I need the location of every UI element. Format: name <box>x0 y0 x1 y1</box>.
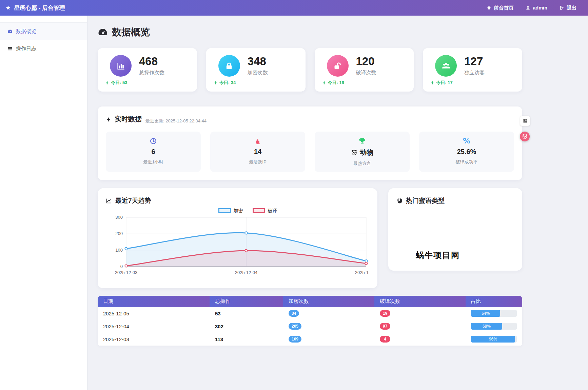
top-navbar: 星语心愿 - 后台管理 前台首页admin退出 <box>0 0 588 16</box>
realtime-tile-label: 最近1小时 <box>106 159 201 165</box>
stat-today-label: 今日: 34 <box>219 80 236 86</box>
svg-text:300: 300 <box>115 215 123 220</box>
nav-link-label: admin <box>533 5 547 11</box>
bolt-icon <box>106 116 112 122</box>
realtime-tile-label: 最热方言 <box>315 160 410 167</box>
nav-link-0[interactable]: 前台首页 <box>487 5 513 11</box>
realtime-tile-value: 14 <box>210 148 305 156</box>
trophy-icon <box>358 137 366 145</box>
cell-total: 302 <box>210 324 283 329</box>
stat-label: 破译次数 <box>356 70 376 76</box>
table-row: 2025-12-03113109496% <box>98 333 522 346</box>
nav-link-2[interactable]: 退出 <box>560 5 576 11</box>
sidebar-item-1[interactable]: 操作日志 <box>0 40 87 57</box>
arrow-up-icon <box>430 81 434 85</box>
cell-date: 2025-12-04 <box>98 324 210 329</box>
realtime-tile-0: 6最近1小时 <box>106 132 201 172</box>
navbar-links: 前台首页admin退出 <box>487 5 576 11</box>
realtime-tile-value: 25.6% <box>419 148 514 156</box>
fire-icon <box>254 137 261 145</box>
cell-date: 2025-12-03 <box>98 336 210 342</box>
watermark-text: 蜗牛项目网 <box>416 250 460 261</box>
encrypt-badge: 109 <box>289 336 301 343</box>
pie-icon <box>396 198 403 204</box>
legend-item-0: 加密 <box>218 208 243 214</box>
table-header: 日期总操作加密次数破译次数占比 <box>98 296 522 307</box>
logout-icon <box>560 5 564 10</box>
stat-value: 120 <box>356 56 376 67</box>
star-icon <box>5 5 11 11</box>
stat-value: 348 <box>248 56 268 67</box>
realtime-tile-value: 6 <box>106 148 201 156</box>
arrow-up-icon <box>214 81 218 85</box>
floating-panda-button[interactable] <box>520 132 530 141</box>
panda-icon <box>351 149 357 156</box>
stat-icon-circle <box>218 55 240 77</box>
chart-bar-icon <box>116 61 125 71</box>
stat-card-1: 348加密次数今日: 34 <box>206 48 306 92</box>
page-title: 数据概览 <box>98 26 522 39</box>
stat-label: 总操作次数 <box>139 70 164 76</box>
ratio-progress-fill: 68% <box>471 323 502 330</box>
realtime-tile-label: 最活跃IP <box>210 159 305 165</box>
svg-text:2025-12-04: 2025-12-04 <box>235 270 258 275</box>
realtime-title: 实时数据 <box>106 115 142 124</box>
stat-card-2: 120破译次数今日: 19 <box>315 48 414 92</box>
stat-today: 今日: 19 <box>322 80 407 86</box>
svg-text:100: 100 <box>115 247 123 252</box>
realtime-tile-1: 14最活跃IP <box>210 132 305 172</box>
stat-icon-circle <box>435 55 457 77</box>
gauge-icon <box>7 29 13 34</box>
legend-swatch <box>253 208 265 213</box>
chart-line-icon <box>106 198 112 204</box>
cell-decrypt: 19 <box>374 310 466 317</box>
grid-icon <box>523 118 528 123</box>
stat-today: 今日: 17 <box>430 80 515 86</box>
nav-link-1[interactable]: admin <box>526 5 547 11</box>
sidebar-item-label: 数据概览 <box>16 28 36 35</box>
gauge-icon <box>98 27 108 37</box>
app-brand: 星语心愿 - 后台管理 <box>5 4 65 12</box>
stat-card-0: 468总操作次数今日: 53 <box>98 48 197 92</box>
cell-ratio: 64% <box>466 310 522 317</box>
nav-link-label: 退出 <box>567 5 576 11</box>
stat-today-label: 今日: 53 <box>111 80 127 86</box>
cell-ratio: 68% <box>466 323 522 330</box>
cell-encrypt: 205 <box>283 323 374 330</box>
arrow-up-icon <box>322 81 326 85</box>
svg-text:200: 200 <box>115 231 123 236</box>
table-row: 2025-12-043022059768% <box>98 320 522 333</box>
legend-label: 加密 <box>234 208 243 214</box>
realtime-card: 实时数据 最近更新: 2025-12-05 22:34:44 6最近1小时14最… <box>98 106 522 180</box>
stat-today-label: 今日: 17 <box>436 80 452 86</box>
cell-decrypt: 4 <box>374 336 466 343</box>
decrypt-badge: 19 <box>380 310 390 317</box>
cell-encrypt: 34 <box>283 310 374 317</box>
cell-encrypt: 109 <box>283 336 374 343</box>
stat-icon-circle <box>327 55 349 77</box>
app-title: 星语心愿 - 后台管理 <box>14 4 65 12</box>
cell-ratio: 96% <box>466 336 522 343</box>
stat-today: 今日: 53 <box>105 80 190 86</box>
realtime-tile-value: 动物 <box>315 148 410 157</box>
floating-grid-button[interactable] <box>520 116 530 126</box>
table-header-cell-4: 占比 <box>466 296 522 307</box>
svg-text:2025-12-03: 2025-12-03 <box>115 270 138 275</box>
trend-chart-card: 最近7天趋势 加密破译 01002003002025-12-032025-12-… <box>98 188 377 288</box>
table-header-cell-3: 破译次数 <box>374 296 466 307</box>
svg-text:2025-12-05: 2025-12-05 <box>355 270 369 275</box>
percent-icon: % <box>463 137 470 145</box>
decrypt-badge: 4 <box>380 336 390 343</box>
panda-icon <box>522 134 528 139</box>
ratio-progress: 96% <box>471 336 517 343</box>
encrypt-badge: 205 <box>289 323 301 330</box>
encrypt-badge: 34 <box>289 310 299 317</box>
cell-decrypt: 97 <box>374 323 466 330</box>
chart-legend: 加密破译 <box>126 208 369 214</box>
daily-stats-table: 日期总操作加密次数破译次数占比 2025-12-0553341964%2025-… <box>98 296 522 346</box>
clock-icon <box>150 137 157 145</box>
sidebar-item-0[interactable]: 数据概览 <box>0 22 87 40</box>
table-row: 2025-12-0553341964% <box>98 307 522 320</box>
trend-chart-title: 最近7天趋势 <box>106 196 369 205</box>
stat-today: 今日: 34 <box>214 80 298 86</box>
